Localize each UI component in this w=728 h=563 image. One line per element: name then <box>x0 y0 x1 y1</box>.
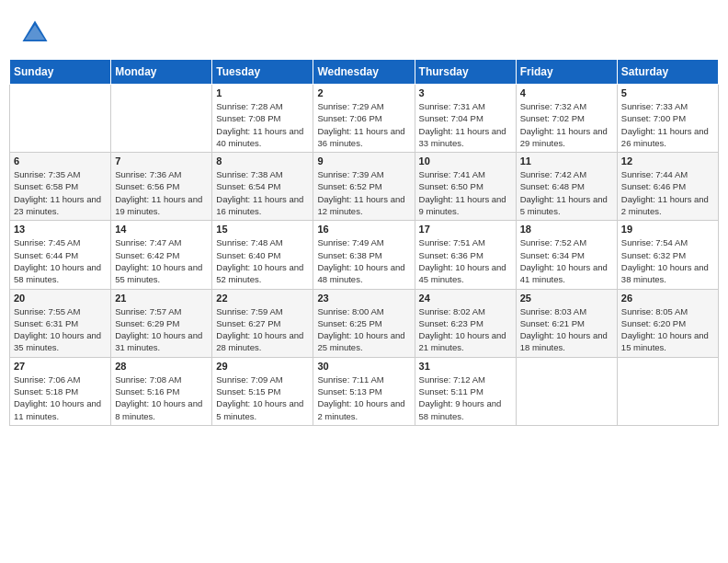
day-info: Sunrise: 7:48 AM Sunset: 6:40 PM Dayligh… <box>216 236 309 285</box>
calendar-cell: 5Sunrise: 7:33 AM Sunset: 7:00 PM Daylig… <box>617 85 718 153</box>
day-number: 13 <box>14 224 107 235</box>
calendar-cell: 2Sunrise: 7:29 AM Sunset: 7:06 PM Daylig… <box>313 85 415 153</box>
calendar-week-row: 27Sunrise: 7:06 AM Sunset: 5:18 PM Dayli… <box>10 357 719 425</box>
day-number: 30 <box>317 361 410 372</box>
calendar-cell <box>10 85 111 153</box>
logo <box>18 17 53 50</box>
day-info: Sunrise: 7:09 AM Sunset: 5:15 PM Dayligh… <box>216 373 309 422</box>
day-number: 29 <box>216 361 309 372</box>
day-info: Sunrise: 7:35 AM Sunset: 6:58 PM Dayligh… <box>14 168 107 217</box>
calendar-cell: 28Sunrise: 7:08 AM Sunset: 5:16 PM Dayli… <box>111 357 212 425</box>
day-number: 25 <box>520 293 613 304</box>
day-info: Sunrise: 7:52 AM Sunset: 6:34 PM Dayligh… <box>520 236 613 285</box>
day-number: 4 <box>520 87 613 98</box>
day-number: 1 <box>216 87 309 98</box>
day-info: Sunrise: 7:32 AM Sunset: 7:02 PM Dayligh… <box>520 100 613 149</box>
day-header-monday: Monday <box>111 60 212 85</box>
day-number: 11 <box>520 155 613 167</box>
day-number: 3 <box>419 87 512 98</box>
day-number: 12 <box>621 155 714 167</box>
calendar-cell: 26Sunrise: 8:05 AM Sunset: 6:20 PM Dayli… <box>617 289 718 357</box>
day-info: Sunrise: 8:05 AM Sunset: 6:20 PM Dayligh… <box>621 305 714 354</box>
day-info: Sunrise: 7:44 AM Sunset: 6:46 PM Dayligh… <box>621 168 714 217</box>
calendar-cell: 10Sunrise: 7:41 AM Sunset: 6:50 PM Dayli… <box>415 153 516 221</box>
day-header-tuesday: Tuesday <box>212 60 313 85</box>
day-info: Sunrise: 7:38 AM Sunset: 6:54 PM Dayligh… <box>216 168 309 217</box>
calendar-cell: 13Sunrise: 7:45 AM Sunset: 6:44 PM Dayli… <box>10 221 111 289</box>
day-info: Sunrise: 7:42 AM Sunset: 6:48 PM Dayligh… <box>520 168 613 217</box>
day-number: 16 <box>317 224 410 235</box>
calendar-cell: 11Sunrise: 7:42 AM Sunset: 6:48 PM Dayli… <box>516 153 617 221</box>
calendar-header-row: SundayMondayTuesdayWednesdayThursdayFrid… <box>10 60 719 85</box>
day-info: Sunrise: 7:31 AM Sunset: 7:04 PM Dayligh… <box>419 100 512 149</box>
day-number: 5 <box>621 87 714 98</box>
calendar-cell: 1Sunrise: 7:28 AM Sunset: 7:08 PM Daylig… <box>212 85 313 153</box>
calendar-cell: 9Sunrise: 7:39 AM Sunset: 6:52 PM Daylig… <box>313 153 415 221</box>
day-number: 20 <box>14 293 107 304</box>
day-number: 23 <box>317 293 410 304</box>
day-info: Sunrise: 7:12 AM Sunset: 5:11 PM Dayligh… <box>419 373 512 422</box>
calendar-cell: 21Sunrise: 7:57 AM Sunset: 6:29 PM Dayli… <box>111 289 212 357</box>
calendar-table: SundayMondayTuesdayWednesdayThursdayFrid… <box>9 59 719 426</box>
calendar-week-row: 6Sunrise: 7:35 AM Sunset: 6:58 PM Daylig… <box>10 153 719 221</box>
day-number: 2 <box>317 87 410 98</box>
calendar-week-row: 13Sunrise: 7:45 AM Sunset: 6:44 PM Dayli… <box>10 221 719 289</box>
day-info: Sunrise: 7:39 AM Sunset: 6:52 PM Dayligh… <box>317 168 410 217</box>
day-number: 9 <box>317 155 410 167</box>
day-info: Sunrise: 7:54 AM Sunset: 6:32 PM Dayligh… <box>621 236 714 285</box>
calendar-cell: 4Sunrise: 7:32 AM Sunset: 7:02 PM Daylig… <box>516 85 617 153</box>
day-info: Sunrise: 7:51 AM Sunset: 6:36 PM Dayligh… <box>419 236 512 285</box>
day-info: Sunrise: 7:06 AM Sunset: 5:18 PM Dayligh… <box>14 373 107 422</box>
day-info: Sunrise: 7:33 AM Sunset: 7:00 PM Dayligh… <box>621 100 714 149</box>
calendar-cell: 27Sunrise: 7:06 AM Sunset: 5:18 PM Dayli… <box>10 357 111 425</box>
day-info: Sunrise: 8:03 AM Sunset: 6:21 PM Dayligh… <box>520 305 613 354</box>
calendar-cell: 29Sunrise: 7:09 AM Sunset: 5:15 PM Dayli… <box>212 357 313 425</box>
day-header-wednesday: Wednesday <box>313 60 415 85</box>
day-info: Sunrise: 7:55 AM Sunset: 6:31 PM Dayligh… <box>14 305 107 354</box>
day-number: 7 <box>115 155 208 167</box>
calendar-cell: 3Sunrise: 7:31 AM Sunset: 7:04 PM Daylig… <box>415 85 516 153</box>
day-info: Sunrise: 7:11 AM Sunset: 5:13 PM Dayligh… <box>317 373 410 422</box>
calendar-cell: 30Sunrise: 7:11 AM Sunset: 5:13 PM Dayli… <box>313 357 415 425</box>
day-number: 22 <box>216 293 309 304</box>
day-number: 15 <box>216 224 309 235</box>
day-number: 28 <box>115 361 208 372</box>
day-header-friday: Friday <box>516 60 617 85</box>
day-info: Sunrise: 7:47 AM Sunset: 6:42 PM Dayligh… <box>115 236 208 285</box>
day-info: Sunrise: 7:36 AM Sunset: 6:56 PM Dayligh… <box>115 168 208 217</box>
calendar-cell: 18Sunrise: 7:52 AM Sunset: 6:34 PM Dayli… <box>516 221 617 289</box>
day-number: 6 <box>14 155 107 167</box>
day-info: Sunrise: 8:02 AM Sunset: 6:23 PM Dayligh… <box>419 305 512 354</box>
day-number: 8 <box>216 155 309 167</box>
calendar-cell: 17Sunrise: 7:51 AM Sunset: 6:36 PM Dayli… <box>415 221 516 289</box>
calendar-cell: 8Sunrise: 7:38 AM Sunset: 6:54 PM Daylig… <box>212 153 313 221</box>
calendar-cell: 12Sunrise: 7:44 AM Sunset: 6:46 PM Dayli… <box>617 153 718 221</box>
day-info: Sunrise: 7:49 AM Sunset: 6:38 PM Dayligh… <box>317 236 410 285</box>
day-header-sunday: Sunday <box>10 60 111 85</box>
day-number: 19 <box>621 224 714 235</box>
day-info: Sunrise: 7:28 AM Sunset: 7:08 PM Dayligh… <box>216 100 309 149</box>
logo-icon <box>18 17 51 50</box>
day-info: Sunrise: 7:59 AM Sunset: 6:27 PM Dayligh… <box>216 305 309 354</box>
calendar-cell: 20Sunrise: 7:55 AM Sunset: 6:31 PM Dayli… <box>10 289 111 357</box>
calendar-week-row: 20Sunrise: 7:55 AM Sunset: 6:31 PM Dayli… <box>10 289 719 357</box>
calendar-week-row: 1Sunrise: 7:28 AM Sunset: 7:08 PM Daylig… <box>10 85 719 153</box>
day-number: 27 <box>14 361 107 372</box>
calendar-cell: 25Sunrise: 8:03 AM Sunset: 6:21 PM Dayli… <box>516 289 617 357</box>
day-info: Sunrise: 7:45 AM Sunset: 6:44 PM Dayligh… <box>14 236 107 285</box>
calendar-cell <box>617 357 718 425</box>
day-number: 24 <box>419 293 512 304</box>
calendar-cell: 6Sunrise: 7:35 AM Sunset: 6:58 PM Daylig… <box>10 153 111 221</box>
day-number: 17 <box>419 224 512 235</box>
calendar-cell: 24Sunrise: 8:02 AM Sunset: 6:23 PM Dayli… <box>415 289 516 357</box>
day-number: 21 <box>115 293 208 304</box>
day-number: 26 <box>621 293 714 304</box>
calendar-cell <box>516 357 617 425</box>
calendar-cell: 23Sunrise: 8:00 AM Sunset: 6:25 PM Dayli… <box>313 289 415 357</box>
calendar-cell: 7Sunrise: 7:36 AM Sunset: 6:56 PM Daylig… <box>111 153 212 221</box>
day-number: 31 <box>419 361 512 372</box>
calendar-cell: 22Sunrise: 7:59 AM Sunset: 6:27 PM Dayli… <box>212 289 313 357</box>
day-info: Sunrise: 7:57 AM Sunset: 6:29 PM Dayligh… <box>115 305 208 354</box>
day-info: Sunrise: 7:08 AM Sunset: 5:16 PM Dayligh… <box>115 373 208 422</box>
day-number: 18 <box>520 224 613 235</box>
